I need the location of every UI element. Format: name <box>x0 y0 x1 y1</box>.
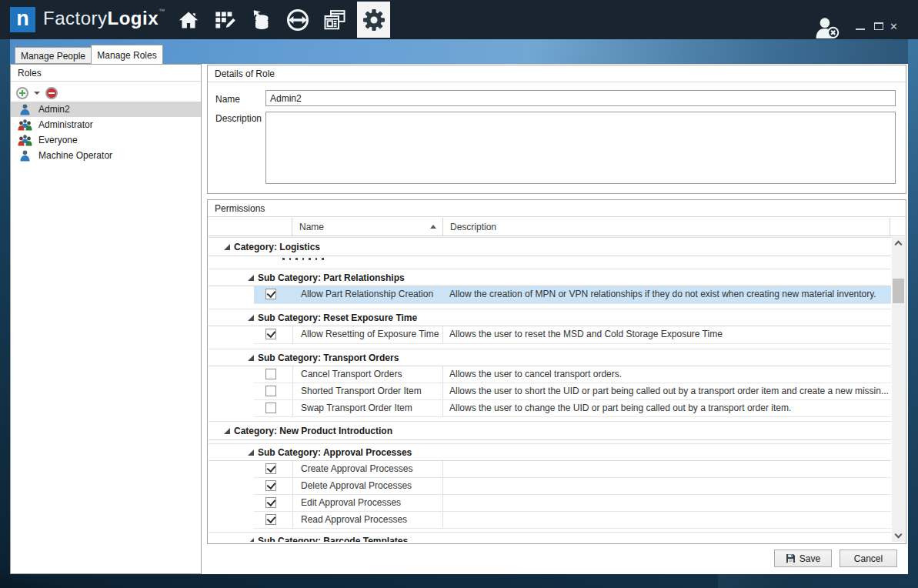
expander-icon[interactable] <box>248 275 254 281</box>
remove-role-icon[interactable] <box>45 87 58 99</box>
permission-name: Allow Part Relationship Creation <box>292 286 442 303</box>
permission-name: Delete Approval Processes <box>292 478 442 494</box>
permission-row[interactable]: Delete Approval Processes <box>254 478 891 495</box>
subcategory-row[interactable]: Sub Category: Part Relationships <box>209 269 891 286</box>
permission-row[interactable]: Allow Resetting of Exposure TimeAllows t… <box>254 326 891 344</box>
role-item[interactable]: Machine Operator <box>11 148 201 163</box>
scroll-down-icon[interactable] <box>895 531 903 539</box>
column-name-label: Name <box>299 222 324 232</box>
permission-checkbox[interactable] <box>265 403 276 413</box>
permission-row[interactable]: Edit Approval Processes <box>254 495 891 512</box>
scrollbar-thumb[interactable] <box>893 279 904 303</box>
permission-name: Edit Approval Processes <box>292 495 442 511</box>
subcategory-row[interactable]: Sub Category: Approval Processes <box>209 443 891 461</box>
single-user-icon <box>11 104 38 115</box>
subcategory-row[interactable]: Sub Category: Barcode Templates <box>209 532 891 542</box>
vertical-scrollbar[interactable] <box>892 237 905 542</box>
maximize-button[interactable] <box>874 22 883 30</box>
expander-icon[interactable] <box>248 315 254 321</box>
trademark-symbol: ™ <box>159 8 165 15</box>
permission-name: Cancel Transport Orders <box>292 366 442 383</box>
category-label: Category: Logistics <box>234 242 320 252</box>
permission-row[interactable]: Read Approval Processes <box>254 512 891 529</box>
permission-checkbox[interactable] <box>265 289 276 299</box>
permission-description <box>442 495 891 511</box>
production-grid-pencil-icon[interactable] <box>212 7 238 33</box>
column-description-label: Description <box>450 222 496 232</box>
expander-icon[interactable] <box>248 449 254 456</box>
cancel-button[interactable]: Cancel <box>840 550 897 567</box>
role-item[interactable]: Everyone <box>11 132 201 148</box>
permission-checkbox[interactable] <box>265 480 276 491</box>
home-icon[interactable] <box>175 7 202 33</box>
materials-database-icon[interactable] <box>248 7 274 33</box>
add-role-icon[interactable] <box>16 87 28 99</box>
tab-manage-people[interactable]: Manage People <box>15 47 92 64</box>
permissions-panel: Permissions Name Description Category: L… <box>207 199 906 544</box>
roles-panel: Roles Admin2AdministratorEveryoneMachine… <box>10 64 202 574</box>
cancel-button-label: Cancel <box>854 553 883 564</box>
permission-checkbox[interactable] <box>265 497 276 508</box>
permission-name: Swap Transport Order Item <box>292 400 442 416</box>
category-row[interactable]: Category: New Product Introduction <box>209 421 891 440</box>
permission-name: Allow Resetting of Exposure Time <box>292 326 442 343</box>
permission-row[interactable]: Shorted Transport Order ItemAllows the u… <box>254 383 891 400</box>
permission-row[interactable]: Cancel Transport OrdersAllows the user t… <box>254 366 891 383</box>
roles-list: Admin2AdministratorEveryoneMachine Opera… <box>11 102 201 163</box>
transfer-arrows-icon[interactable] <box>285 7 311 33</box>
permission-description <box>442 478 891 494</box>
permission-checkbox[interactable] <box>265 463 276 474</box>
permission-description <box>442 512 891 528</box>
permission-row[interactable]: Create Approval Processes <box>254 461 891 478</box>
factorylogix-logo: n <box>10 7 35 32</box>
permission-description: Allows the user to reset the MSD and Col… <box>442 326 891 343</box>
role-description-input[interactable] <box>265 112 896 184</box>
roles-panel-title: Roles <box>11 65 201 82</box>
permission-checkbox[interactable] <box>265 514 276 525</box>
subcategory-row[interactable]: Sub Category: Reset Exposure Time <box>209 309 891 326</box>
brand-text: FactoryLogix™ <box>43 8 165 29</box>
permission-checkbox[interactable] <box>265 386 276 396</box>
sort-ascending-icon <box>430 225 436 229</box>
expander-icon[interactable] <box>248 538 254 543</box>
user-disconnected-icon[interactable] <box>814 17 843 37</box>
permission-checkbox[interactable] <box>265 329 276 339</box>
role-name-input[interactable] <box>265 90 896 106</box>
role-details-panel: Details of Role Name Description <box>207 65 906 194</box>
reports-windows-icon[interactable] <box>322 7 348 33</box>
minimize-button[interactable] <box>856 28 865 30</box>
subcategory-label: Sub Category: Reset Exposure Time <box>258 312 417 323</box>
expander-icon[interactable] <box>224 428 230 434</box>
subcategory-label: Sub Category: Transport Orders <box>258 352 399 363</box>
brand-logix: Logix <box>108 8 159 28</box>
permission-row[interactable]: Allow Part Relationship CreationAllow th… <box>254 286 891 304</box>
close-button[interactable]: ✕ <box>890 21 898 32</box>
add-role-dropdown-icon[interactable] <box>34 92 40 95</box>
expander-icon[interactable] <box>248 355 254 361</box>
role-item[interactable]: Administrator <box>11 117 201 132</box>
multi-user-icon <box>11 135 38 146</box>
main-content: Roles Admin2AdministratorEveryoneMachine… <box>10 64 908 574</box>
subcategory-row[interactable]: Sub Category: Transport Orders <box>209 349 891 366</box>
column-header-description[interactable]: Description <box>442 218 890 236</box>
role-label: Everyone <box>38 135 78 145</box>
category-row[interactable]: Category: Logistics <box>209 237 891 256</box>
title-bar: n FactoryLogix™ <box>0 0 918 39</box>
permission-checkbox[interactable] <box>265 369 276 379</box>
settings-gear-icon-active[interactable] <box>357 2 390 38</box>
subcategory-label: Sub Category: Approval Processes <box>258 447 412 458</box>
partially-scrolled-row <box>209 256 891 261</box>
clipped-text-fragment <box>282 258 327 260</box>
role-item[interactable]: Admin2 <box>11 102 201 117</box>
expander-icon[interactable] <box>224 244 230 250</box>
role-label: Admin2 <box>38 104 70 115</box>
column-header-name[interactable]: Name <box>292 218 442 236</box>
tab-manage-roles[interactable]: Manage Roles <box>91 45 163 64</box>
permission-row[interactable]: Swap Transport Order ItemAllows the user… <box>254 400 891 417</box>
brand-factory: Factory <box>43 8 108 28</box>
permission-description: Allows the user to short the UID or part… <box>442 383 891 399</box>
permissions-grid-body: Category: LogisticsSub Category: Part Re… <box>209 237 891 542</box>
scroll-up-icon[interactable] <box>895 241 903 249</box>
permission-name: Shorted Transport Order Item <box>292 383 442 399</box>
save-button[interactable]: Save <box>774 550 832 567</box>
